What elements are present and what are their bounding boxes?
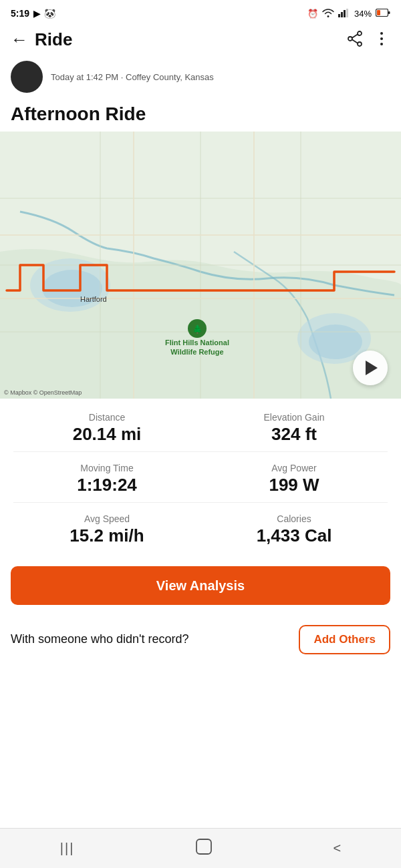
play-button[interactable] [353,351,388,385]
map-container: Hartford 🌲 Flint Hills National Wildlife… [0,132,401,399]
svg-point-8 [348,37,352,41]
recents-icon[interactable]: ||| [60,841,75,856]
battery-percent: 34% [354,9,372,19]
battery-icon [376,9,390,19]
stats-grid-3: Avg Speed 15.2 mi/h Calories 1,433 Cal [0,503,401,553]
youtube-icon: ▶ [33,9,40,19]
view-analysis-button[interactable]: View Analysis [11,566,390,605]
add-others-button[interactable]: Add Others [299,625,390,654]
stats-grid-2: Moving Time 1:19:24 Avg Power 199 W [0,452,401,502]
play-triangle-icon [366,361,378,375]
svg-rect-6 [388,11,390,14]
stat-calories-label: Calories [277,513,311,524]
add-others-row: With someone who didn't record? Add Othe… [0,612,401,668]
avatar [11,61,43,93]
wifi-icon [322,8,334,19]
map-svg: Hartford 🌲 Flint Hills National Wildlife… [0,132,401,399]
back-button[interactable]: ← [11,29,28,50]
status-bar: 5:19 ▶ 🐼 ⏰ 34% [0,0,401,24]
svg-point-19 [309,324,362,359]
stat-avg-speed: Avg Speed 15.2 mi/h [13,513,200,546]
svg-rect-31 [196,839,211,854]
stat-distance-value: 20.14 mi [73,424,142,445]
stat-avg-power: Avg Power 199 W [200,463,388,495]
status-right: ⏰ 34% [307,8,390,19]
svg-text:Hartford: Hartford [80,295,107,303]
svg-rect-2 [344,10,346,17]
svg-point-12 [380,32,383,35]
stat-avg-power-value: 199 W [269,475,319,495]
stat-avg-power-label: Avg Power [271,463,316,473]
add-others-prompt: With someone who didn't record? [11,632,189,647]
map-attribution: © Mapbox © OpenStreetMap [4,389,82,396]
stat-calories: Calories 1,433 Cal [200,513,388,546]
top-nav: ← Ride [0,24,401,57]
svg-line-11 [352,39,358,43]
svg-point-7 [358,31,362,35]
stat-distance-label: Distance [89,412,125,423]
nav-right [346,30,390,50]
svg-text:Wildlife Refuge: Wildlife Refuge [170,348,223,356]
svg-rect-0 [338,14,340,17]
stat-calories-value: 1,433 Cal [257,525,332,546]
share-icon[interactable] [346,30,364,50]
panda-icon: 🐼 [44,8,55,19]
svg-text:🌲: 🌲 [192,324,203,334]
stat-distance: Distance 20.14 mi [13,412,200,445]
status-left: 5:19 ▶ 🐼 [11,8,55,19]
signal-icon [338,8,350,19]
stat-moving-time-label: Moving Time [80,463,133,473]
stat-avg-speed-label: Avg Speed [84,513,130,524]
stat-moving-time: Moving Time 1:19:24 [13,463,200,495]
svg-line-10 [352,34,358,37]
more-options-icon[interactable] [373,30,390,50]
nav-left: ← Ride [11,29,72,50]
svg-point-14 [380,43,383,45]
alarm-icon: ⏰ [307,9,318,19]
stats-grid: Distance 20.14 mi Elevation Gain 324 ft [0,399,401,451]
page-title: Ride [35,29,72,50]
svg-text:Flint Hills National: Flint Hills National [165,339,229,347]
svg-point-13 [380,37,383,40]
svg-rect-3 [346,9,348,17]
svg-point-9 [358,42,362,46]
stat-elevation: Elevation Gain 324 ft [200,412,388,445]
back-icon[interactable]: < [333,841,342,856]
svg-rect-5 [377,10,380,15]
bottom-nav: ||| < [0,828,401,868]
activity-title: Afternoon Ride [0,97,401,132]
stat-avg-speed-value: 15.2 mi/h [70,525,144,546]
stat-elevation-label: Elevation Gain [263,412,324,423]
home-icon[interactable] [194,837,213,860]
profile-subtitle: Today at 1:42 PM · Coffey County, Kansas [51,72,214,82]
stat-moving-time-value: 1:19:24 [77,475,137,495]
stat-elevation-value: 324 ft [271,424,317,445]
status-time: 5:19 [11,8,29,19]
profile-row: Today at 1:42 PM · Coffey County, Kansas [0,57,401,97]
svg-rect-1 [341,12,343,17]
